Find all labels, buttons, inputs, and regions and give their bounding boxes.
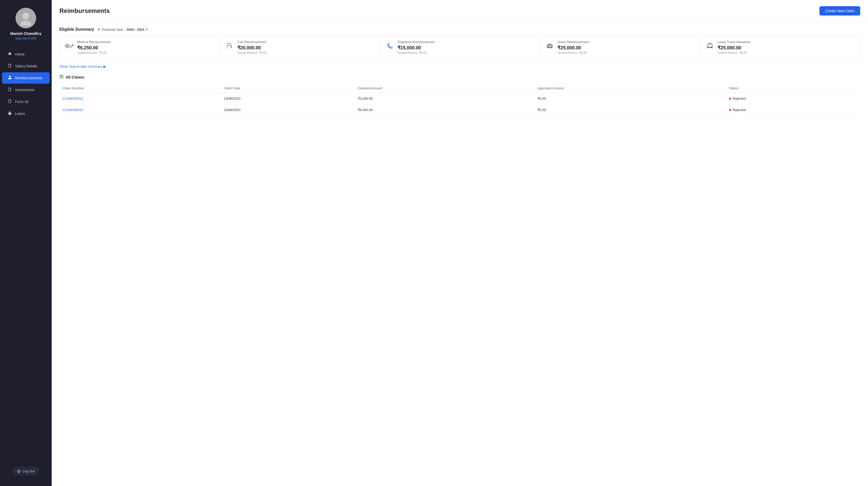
telephone-reimbursement-card: Telephone Reimbursement ₹15,000.00 Unpai… [380, 36, 540, 59]
claims-icon [59, 75, 64, 79]
col-claimed-amount: Claimed Amount [355, 84, 534, 93]
sidebar-item-form16[interactable]: Form 16 [2, 96, 50, 107]
summary-cards: Medical Reimbursement ₹6,250.00 Unpaid A… [59, 36, 860, 59]
page-title: Reimbursements [59, 7, 110, 14]
table-row: CLAIM-00011 13/08/2020 ₹3,000.00 ₹0.00 R… [59, 93, 860, 104]
approved-amount: ₹0.00 [534, 104, 726, 116]
claims-table-body: CLAIM-00011 13/08/2020 ₹3,000.00 ₹0.00 R… [59, 93, 860, 116]
claim-number-link[interactable]: CLAIM-00010 [63, 108, 83, 112]
claims-table: Claim Number Claim Date Claimed Amount A… [59, 84, 860, 116]
driver-card-info: Driver Reimbursement ₹25,000.00 Unpaid A… [557, 40, 695, 55]
sidebar: Manish Chowdhry View My Profile Home Sal… [0, 0, 52, 486]
travel-card-info: Leave Travel Allowance ₹25,000.00 Unpaid… [718, 40, 855, 55]
status-cell: Rejected [726, 93, 860, 104]
view-profile-link[interactable]: View My Profile [15, 37, 36, 40]
status-badge: Rejected [729, 108, 857, 112]
driver-icon [545, 41, 554, 51]
page-header: Reimbursements Create New Claim [52, 0, 868, 21]
reimbursements-icon [7, 75, 12, 80]
telephone-card-info: Telephone Reimbursement ₹15,000.00 Unpai… [398, 40, 535, 55]
driver-reimbursement-card: Driver Reimbursement ₹25,000.00 Unpaid A… [540, 36, 700, 59]
col-claim-date: Claim Date [221, 84, 355, 93]
main-content: Reimbursements Create New Claim Eligible… [52, 0, 868, 486]
investments-icon [7, 87, 12, 92]
sidebar-item-investments[interactable]: Investments [2, 84, 50, 96]
col-approved-amount: Approved Amount [534, 84, 726, 93]
status-badge: Rejected [729, 97, 857, 100]
travel-icon [705, 41, 715, 51]
logout-button[interactable]: ⏻ Log Out [12, 466, 39, 476]
sidebar-item-salary[interactable]: Salary Details [2, 60, 50, 72]
chevron-down-icon: ▾ [146, 28, 148, 31]
claimed-amount: ₹3,000.00 [355, 93, 534, 104]
form16-icon [7, 99, 12, 104]
table-row: CLAIM-00010 13/08/2020 ₹6,000.00 ₹0.00 R… [59, 104, 860, 116]
claim-date: 13/08/2020 [221, 93, 355, 104]
status-dot [729, 98, 731, 100]
user-name: Manish Chowdhry [10, 32, 41, 36]
svg-point-5 [708, 47, 709, 47]
claimed-amount: ₹6,000.00 [355, 104, 534, 116]
sidebar-item-reimbursements[interactable]: Reimbursements [2, 72, 50, 84]
medical-reimbursement-card: Medical Reimbursement ₹6,250.00 Unpaid A… [60, 36, 220, 59]
eligible-summary-section-title: Eligible Summary ▼ Financial Year : 2020… [59, 27, 860, 32]
create-new-claim-button[interactable]: Create New Claim [819, 6, 860, 15]
status-cell: Rejected [726, 104, 860, 116]
power-icon: ⏻ [17, 469, 21, 473]
filter-icon: ▼ [97, 28, 100, 32]
medical-icon [65, 41, 74, 51]
claim-date: 13/08/2020 [221, 104, 355, 116]
sidebar-item-home[interactable]: Home [2, 48, 50, 60]
col-claim-number: Claim Number [59, 84, 221, 93]
fuel-card-info: Fuel Reimbursement ₹20,000.00 Unpaid Amo… [238, 40, 375, 55]
travel-allowance-card: Leave Travel Allowance ₹25,000.00 Unpaid… [700, 36, 860, 59]
fuel-reimbursement-card: Fuel Reimbursement ₹20,000.00 Unpaid Amo… [220, 36, 380, 59]
page-content: Eligible Summary ▼ Financial Year : 2020… [52, 21, 868, 122]
col-status: Status [726, 84, 860, 93]
telephone-icon [385, 41, 395, 51]
claims-table-header: Claim Number Claim Date Claimed Amount A… [59, 84, 860, 93]
salary-icon [7, 64, 12, 69]
status-dot [729, 109, 731, 111]
loans-icon [7, 111, 12, 116]
all-claims-title: All Claims [59, 75, 860, 79]
svg-point-0 [23, 13, 29, 20]
claim-number-link[interactable]: CLAIM-00011 [63, 97, 83, 100]
approved-amount: ₹0.00 [534, 93, 726, 104]
svg-point-1 [21, 21, 31, 26]
medical-card-info: Medical Reimbursement ₹6,250.00 Unpaid A… [77, 40, 214, 55]
financial-year-filter[interactable]: ▼ Financial Year : 2020 - 2021 ▾ [97, 28, 148, 32]
sidebar-item-loans[interactable]: Loans [2, 108, 50, 119]
avatar [16, 8, 36, 28]
home-icon [7, 52, 12, 57]
nav-menu: Home Salary Details Reimbursements Inves… [0, 48, 52, 466]
show-year-to-date-summary-link[interactable]: Show Year-to-date Summary ▶ [59, 65, 106, 68]
fuel-icon [225, 41, 234, 51]
svg-point-6 [711, 47, 711, 47]
